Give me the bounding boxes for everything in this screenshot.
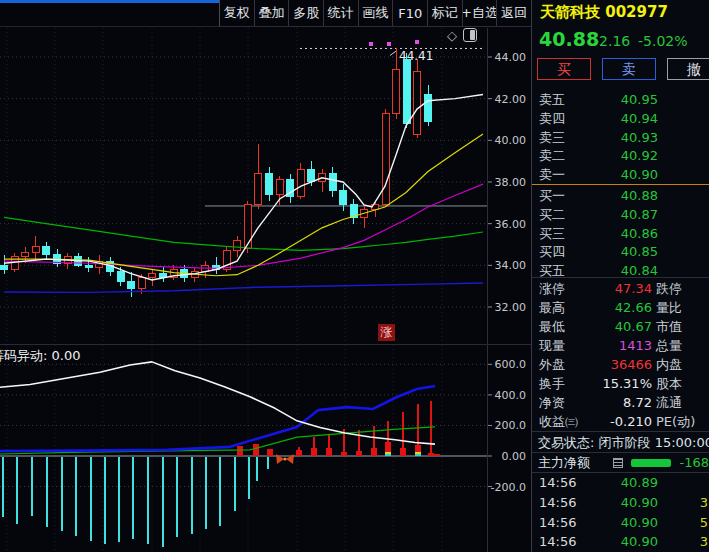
y-axis-label: 40.00 [495, 134, 527, 147]
indicator-name: 筹码异动: [0, 348, 47, 363]
price-row: 40.88 -2.16 -5.02% [532, 27, 709, 55]
candle [1, 265, 8, 269]
bid-price[interactable]: 40.88 [588, 186, 658, 205]
negative-bars [3, 457, 268, 547]
stat-row: 净资8.72流通 [532, 393, 709, 412]
ask-row[interactable]: 卖三40.93 [532, 128, 709, 147]
bid-row[interactable]: 买四40.85 [532, 242, 709, 261]
menu-item-9[interactable]: 返回 [497, 0, 531, 26]
candle [43, 247, 50, 255]
tick-price: 40.90 [588, 513, 658, 533]
buy-button[interactable]: 买 [537, 58, 591, 80]
ask-row[interactable]: 卖五40.95 [532, 90, 709, 109]
candle [382, 113, 389, 205]
bid-label: 买四 [539, 242, 565, 261]
menu-item-2[interactable]: 叠加 [255, 0, 290, 26]
candle [425, 94, 432, 121]
kline-chart[interactable]: 44.0042.0040.0038.0036.0034.0032.0044.41 [0, 28, 531, 344]
last-price: 40.88 [539, 28, 599, 50]
trade-status-row: 交易状态: 闭市阶段 15:00:00 [532, 433, 709, 452]
y-axis-label: 200.0 [495, 419, 527, 432]
tick-row[interactable]: 14:5640.903 [532, 532, 709, 552]
main-flow-row[interactable]: 主力净额 -168 [532, 454, 709, 472]
pos-block [400, 448, 406, 456]
ask-row[interactable]: 卖二40.92 [532, 146, 709, 165]
stock-title: 天箭科技 002977 [540, 3, 668, 22]
top-accent-strip [0, 0, 219, 3]
candle [276, 180, 283, 195]
ask-price[interactable]: 40.92 [588, 146, 658, 165]
ask-row[interactable]: 卖四40.94 [532, 109, 709, 128]
candle [234, 240, 241, 250]
signal-dot [415, 40, 419, 44]
divider [532, 431, 709, 432]
stat-label: 最低 [539, 317, 565, 336]
stat-label2: 市值 [656, 317, 682, 336]
y-axis-label: 600.0 [495, 358, 527, 371]
stat-value: 1413 [574, 336, 652, 355]
tick-row[interactable]: 14:5640.903 [532, 493, 709, 513]
candle [308, 169, 315, 181]
main-flow-bar [631, 459, 671, 467]
sell-button[interactable]: 卖 [602, 58, 656, 80]
tick-qty: 3 [700, 493, 708, 513]
ask-label: 卖五 [539, 90, 565, 109]
tick-row[interactable]: 14:5640.89 [532, 473, 709, 493]
candle [32, 247, 39, 253]
stat-value: 8.72 [574, 393, 652, 412]
indicator-chart[interactable]: 筹码异动: 0.00 600.0400.0200.00.00-200.0 [0, 344, 531, 552]
bid-price[interactable]: 40.85 [588, 242, 658, 261]
menu-item-6[interactable]: F10 [393, 0, 428, 26]
stat-value: 40.67 [574, 317, 652, 336]
candle [414, 72, 421, 134]
ask-price[interactable]: 40.90 [588, 165, 658, 184]
candle [266, 174, 273, 195]
bid-price[interactable]: 40.86 [588, 224, 658, 243]
bid-row[interactable]: 买二40.87 [532, 205, 709, 224]
stat-label2: 股本 [656, 374, 682, 393]
tick-row[interactable]: 14:5640.905 [532, 513, 709, 533]
ask-price[interactable]: 40.93 [588, 128, 658, 147]
toolbar-underline [0, 26, 219, 27]
tick-price: 40.89 [588, 473, 658, 493]
menu-item-3[interactable]: 多股 [289, 0, 324, 26]
stat-row: 现量1413总量 [532, 336, 709, 355]
stat-label2: PE(动) [656, 412, 695, 431]
ma-magenta [4, 184, 483, 268]
menu-item-1[interactable]: 复权 [220, 0, 255, 26]
candle [138, 278, 145, 288]
ma-blue [4, 283, 483, 292]
bid-row[interactable]: 买一40.88 [532, 186, 709, 205]
menu-item-5[interactable]: 画线 [359, 0, 394, 26]
menu-item-7[interactable]: 标记 [428, 0, 463, 26]
ask-price[interactable]: 40.94 [588, 109, 658, 128]
ask-label: 卖一 [539, 165, 565, 184]
divider [532, 452, 709, 453]
price-change-pct: -5.02% [638, 33, 688, 49]
pos-block [356, 451, 362, 456]
candle [393, 69, 400, 113]
menu-item-8[interactable]: +自选 [463, 0, 498, 26]
pos-block [311, 448, 317, 456]
indicator-chart-canvas[interactable]: 600.0400.0200.00.00-200.0 [0, 345, 531, 552]
stat-label2: 量比 [656, 298, 682, 317]
cancel-order-button[interactable]: 撤 [667, 58, 709, 80]
menu-item-4[interactable]: 统计 [324, 0, 359, 26]
kline-chart-canvas[interactable]: 44.0042.0040.0038.0036.0034.0032.0044.41 [0, 28, 531, 344]
quote-panel: 天箭科技 002977 40.88 -2.16 -5.02% 买 卖 撤 卖五4… [531, 0, 709, 552]
pos-block [253, 444, 259, 456]
stock-name: 天箭科技 [540, 3, 600, 21]
tick-list[interactable]: 14:5640.8914:5640.90314:5640.90514:5640.… [532, 473, 709, 552]
bid-label: 买二 [539, 205, 565, 224]
stat-row: 最高42.66量比 [532, 298, 709, 317]
indicator-label: 筹码异动: 0.00 [0, 347, 80, 365]
bid-price[interactable]: 40.87 [588, 205, 658, 224]
ask-row[interactable]: 卖一40.90 [532, 165, 709, 184]
panel-toggle-icon[interactable] [463, 28, 477, 42]
stat-value: 47.34 [574, 279, 652, 298]
ask-price[interactable]: 40.95 [588, 90, 658, 109]
y-axis-label: 36.00 [495, 218, 527, 231]
diamond-icon[interactable]: ◇ [447, 29, 457, 42]
candle [22, 253, 29, 257]
bid-row[interactable]: 买三40.86 [532, 224, 709, 243]
